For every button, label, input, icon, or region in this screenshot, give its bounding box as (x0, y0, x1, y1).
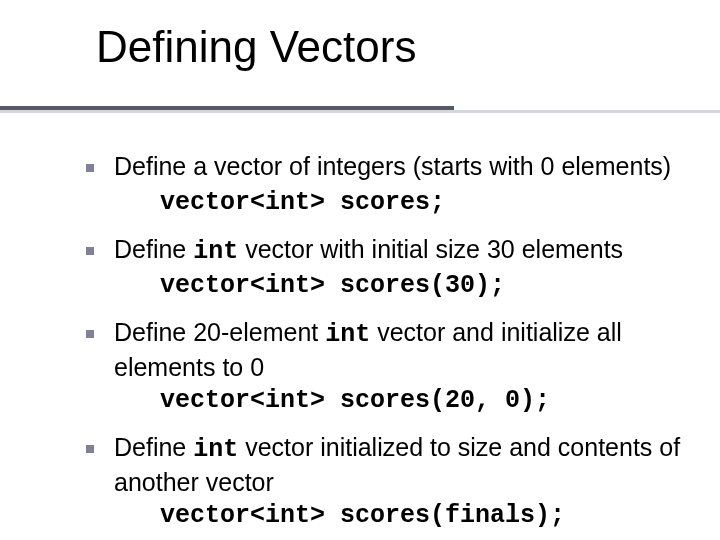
bullet-text: Define 20-element (114, 318, 325, 346)
list-item: Define int vector initialized to size an… (78, 431, 700, 532)
bullet-icon (86, 247, 94, 255)
bullet-icon (86, 445, 94, 453)
title-wrap: Defining Vectors (96, 22, 416, 72)
bullet-text: Define a vector of integers (starts with… (114, 152, 671, 180)
code-line: vector<int> scores; (114, 187, 700, 219)
slide-title: Defining Vectors (96, 22, 416, 72)
inline-code: int (193, 435, 238, 464)
list-item: Define a vector of integers (starts with… (78, 150, 700, 219)
code-line: vector<int> scores(finals); (114, 500, 700, 532)
bullet-icon (86, 164, 94, 172)
inline-code: int (325, 320, 370, 349)
inline-code: int (193, 237, 238, 266)
title-rule-light (0, 110, 720, 113)
bullet-text: Define (114, 433, 193, 461)
list-item: Define 20-element int vector and initial… (78, 316, 700, 417)
list-item: Define int vector with initial size 30 e… (78, 233, 700, 302)
code-line: vector<int> scores(30); (114, 270, 700, 302)
slide-content: Define a vector of integers (starts with… (78, 150, 700, 540)
slide: Defining Vectors Define a vector of inte… (0, 0, 720, 540)
bullet-text: Define (114, 235, 193, 263)
bullet-icon (86, 330, 94, 338)
bullet-text-after: vector with initial size 30 elements (238, 235, 623, 263)
code-line: vector<int> scores(20, 0); (114, 385, 700, 417)
